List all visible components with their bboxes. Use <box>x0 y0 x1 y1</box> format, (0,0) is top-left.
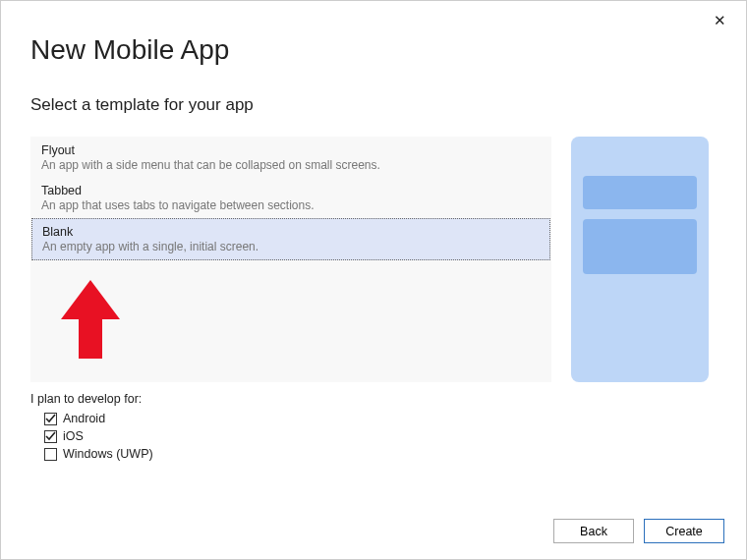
dialog-title: New Mobile App <box>30 34 746 66</box>
platform-row-uwp: Windows (UWP) <box>44 447 746 461</box>
dialog-subtitle: Select a template for your app <box>30 95 746 115</box>
template-list: Flyout An app with a side menu that can … <box>30 137 551 382</box>
develop-for-label: I plan to develop for: <box>30 392 746 406</box>
template-item-flyout[interactable]: Flyout An app with a side menu that can … <box>31 138 550 178</box>
dialog-button-row: Back Create <box>553 519 724 543</box>
preview-block <box>583 176 697 209</box>
template-item-blank[interactable]: Blank An empty app with a single, initia… <box>31 218 550 260</box>
template-desc: An app that uses tabs to navigate betwee… <box>41 198 541 212</box>
back-button[interactable]: Back <box>553 519 634 543</box>
checkbox-android[interactable] <box>44 413 57 425</box>
template-name: Blank <box>42 225 540 239</box>
create-button[interactable]: Create <box>644 519 724 543</box>
close-button[interactable]: ✕ <box>708 11 732 29</box>
platform-row-android: Android <box>44 412 746 425</box>
platform-label: iOS <box>63 429 84 443</box>
check-icon <box>45 431 56 442</box>
develop-for-section: I plan to develop for: Android iOS Windo… <box>30 392 746 461</box>
template-desc: An app with a side menu that can be coll… <box>41 158 541 172</box>
template-name: Tabbed <box>41 184 541 197</box>
template-name: Flyout <box>41 143 541 157</box>
platform-label: Android <box>63 412 105 425</box>
template-desc: An empty app with a single, initial scre… <box>42 240 540 253</box>
template-item-tabbed[interactable]: Tabbed An app that uses tabs to navigate… <box>31 178 550 218</box>
platform-label: Windows (UWP) <box>63 447 153 461</box>
checkbox-uwp[interactable] <box>44 448 57 461</box>
template-preview <box>571 137 709 382</box>
annotation-arrow <box>61 280 120 363</box>
content-row: Flyout An app with a side menu that can … <box>30 137 717 382</box>
svg-marker-0 <box>61 280 120 359</box>
check-icon <box>45 414 56 424</box>
close-icon: ✕ <box>714 12 726 28</box>
checkbox-ios[interactable] <box>44 430 57 443</box>
platform-row-ios: iOS <box>44 429 746 443</box>
preview-block <box>583 219 697 274</box>
